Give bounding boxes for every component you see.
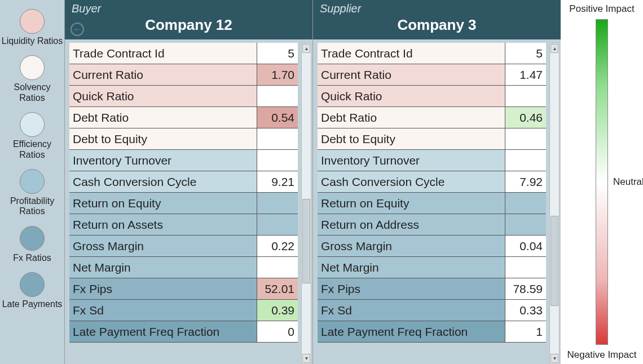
legend-neutral-label: Neutral: [613, 176, 643, 188]
metric-row[interactable]: Return on Address: [318, 214, 546, 236]
buyer-panel: Buyer Company 12 ← Trade Contract Id5Cur…: [64, 0, 312, 364]
metric-label: Return on Address: [318, 214, 505, 235]
metric-row[interactable]: Net Margin: [69, 257, 298, 278]
metric-value: [505, 193, 546, 214]
metric-row[interactable]: Net Margin: [318, 257, 546, 278]
metric-label: Return on Assets: [69, 214, 257, 235]
metric-row[interactable]: Return on Equity: [318, 193, 546, 214]
app-root: Liquidity Ratios Solvency Ratios Efficie…: [0, 0, 643, 364]
metric-value: 9.21: [257, 171, 298, 192]
metric-value: [257, 86, 298, 106]
chip-label: Late Payments: [2, 299, 63, 309]
metric-label: Net Margin: [69, 257, 257, 278]
metric-row[interactable]: Quick Ratio: [318, 86, 546, 107]
metric-label: Fx Pips: [318, 278, 505, 299]
buyer-metrics-table: Trade Contract Id5Current Ratio1.70Quick…: [65, 39, 300, 364]
metric-label: Debt to Equity: [69, 128, 257, 149]
metric-label: Fx Pips: [69, 278, 257, 299]
metric-row[interactable]: Debt to Equity: [69, 128, 298, 150]
metric-value: [257, 257, 298, 278]
metric-value: [257, 150, 298, 171]
metric-label: Debt Ratio: [69, 107, 257, 128]
metric-row[interactable]: Cash Conversion Cycle7.92: [318, 171, 546, 193]
metric-value: [505, 86, 546, 106]
metric-row[interactable]: Debt Ratio0.54: [69, 107, 298, 128]
supplier-panel: Supplier Company 3 Trade Contract Id5Cur…: [312, 0, 561, 364]
metric-row[interactable]: Fx Pips52.01: [69, 278, 298, 300]
metric-value: 0.54: [257, 107, 298, 128]
metric-value: [505, 128, 546, 149]
supplier-company-name: Company 3: [320, 16, 554, 34]
metric-label: Quick Ratio: [69, 86, 257, 106]
metric-value: [257, 128, 298, 149]
metric-row[interactable]: Late Payment Freq Fraction0: [69, 321, 298, 343]
metric-label: Cash Conversion Cycle: [318, 171, 505, 192]
metric-row[interactable]: Debt Ratio0.46: [318, 107, 546, 128]
metric-row[interactable]: Gross Margin0.04: [318, 236, 546, 257]
scroll-down-icon[interactable]: ▾: [550, 354, 558, 363]
metric-row[interactable]: Trade Contract Id5: [318, 43, 546, 64]
chip-efficiency[interactable]: [20, 112, 45, 137]
metric-row[interactable]: Inventory Turnover: [318, 150, 546, 171]
metric-label: Quick Ratio: [318, 86, 505, 106]
chip-label: Solvency Ratios: [0, 82, 64, 103]
metric-row[interactable]: Trade Contract Id5: [69, 43, 298, 64]
scroll-thumb[interactable]: [550, 216, 558, 306]
metric-value: [505, 214, 546, 235]
metric-label: Inventory Turnover: [69, 150, 257, 171]
metric-value: 1.47: [505, 64, 546, 85]
metric-row[interactable]: Current Ratio1.47: [318, 64, 546, 86]
chip-liquidity[interactable]: [20, 9, 45, 34]
legend-negative-label: Negative Impact: [567, 349, 637, 361]
supplier-role-label: Supplier: [320, 2, 554, 15]
metric-row[interactable]: Debt to Equity: [318, 128, 546, 150]
metric-label: Current Ratio: [69, 64, 257, 85]
metric-row[interactable]: Cash Conversion Cycle9.21: [69, 171, 298, 193]
metric-value: 1: [505, 321, 546, 342]
metric-label: Return on Equity: [318, 193, 505, 214]
metric-value: 0.04: [505, 236, 546, 256]
legend-gradient: Neutral: [596, 19, 608, 345]
metric-label: Fx Sd: [318, 300, 505, 321]
metric-label: Return on Equity: [69, 193, 257, 214]
metric-row[interactable]: Gross Margin0.22: [69, 236, 298, 257]
back-arrow-icon[interactable]: ←: [71, 23, 84, 36]
metric-row[interactable]: Fx Sd0.33: [318, 300, 546, 321]
metric-label: Trade Contract Id: [69, 43, 257, 64]
buyer-scrollbar[interactable]: ▴ ▾: [301, 43, 311, 364]
supplier-scrollbar[interactable]: ▴ ▾: [549, 43, 560, 364]
metric-label: Late Payment Freq Fraction: [69, 321, 257, 342]
chip-label: Fx Ratios: [13, 253, 51, 263]
metric-value: 0.46: [505, 107, 546, 128]
scroll-up-icon[interactable]: ▴: [302, 44, 310, 53]
metric-row[interactable]: Quick Ratio: [69, 86, 298, 107]
scroll-thumb[interactable]: [302, 199, 310, 283]
impact-legend: Positive Impact Neutral Negative Impact: [561, 0, 643, 364]
category-sidebar: Liquidity Ratios Solvency Ratios Efficie…: [0, 0, 64, 364]
metric-label: Fx Sd: [69, 300, 257, 321]
metric-row[interactable]: Current Ratio1.70: [69, 64, 298, 86]
metric-label: Late Payment Freq Fraction: [318, 321, 505, 342]
metric-value: 5: [257, 43, 298, 64]
metric-row[interactable]: Fx Sd0.39: [69, 300, 298, 321]
metric-row[interactable]: Return on Equity: [69, 193, 298, 214]
metric-row[interactable]: Inventory Turnover: [69, 150, 298, 171]
chip-profitability[interactable]: [20, 169, 45, 194]
supplier-metrics-table: Trade Contract Id5Current Ratio1.47Quick…: [313, 39, 548, 364]
scroll-down-icon[interactable]: ▾: [302, 354, 310, 363]
scroll-up-icon[interactable]: ▴: [550, 44, 558, 53]
chip-fx[interactable]: [20, 226, 45, 251]
chip-solvency[interactable]: [20, 55, 45, 80]
metric-value: [505, 150, 546, 171]
chip-late-payments[interactable]: [20, 272, 45, 297]
metric-label: Debt to Equity: [318, 128, 505, 149]
supplier-header: Supplier Company 3: [313, 0, 561, 39]
metric-label: Trade Contract Id: [318, 43, 505, 64]
metric-row[interactable]: Fx Pips78.59: [318, 278, 546, 300]
metric-row[interactable]: Return on Assets: [69, 214, 298, 236]
metric-value: 52.01: [257, 278, 298, 299]
legend-positive-label: Positive Impact: [569, 3, 634, 15]
metric-value: 0.22: [257, 236, 298, 256]
buyer-role-label: Buyer: [72, 2, 306, 15]
metric-row[interactable]: Late Payment Freq Fraction1: [318, 321, 546, 343]
